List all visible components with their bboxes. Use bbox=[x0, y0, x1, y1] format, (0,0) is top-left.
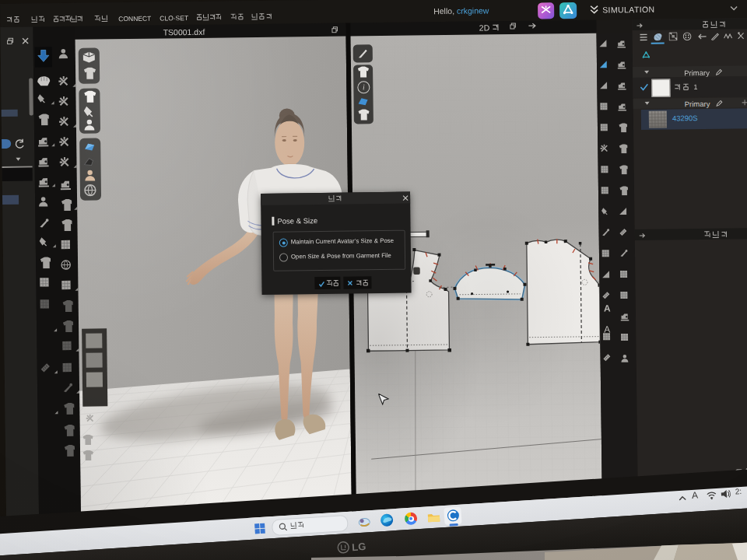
svg-text:LG: LG bbox=[352, 541, 366, 553]
